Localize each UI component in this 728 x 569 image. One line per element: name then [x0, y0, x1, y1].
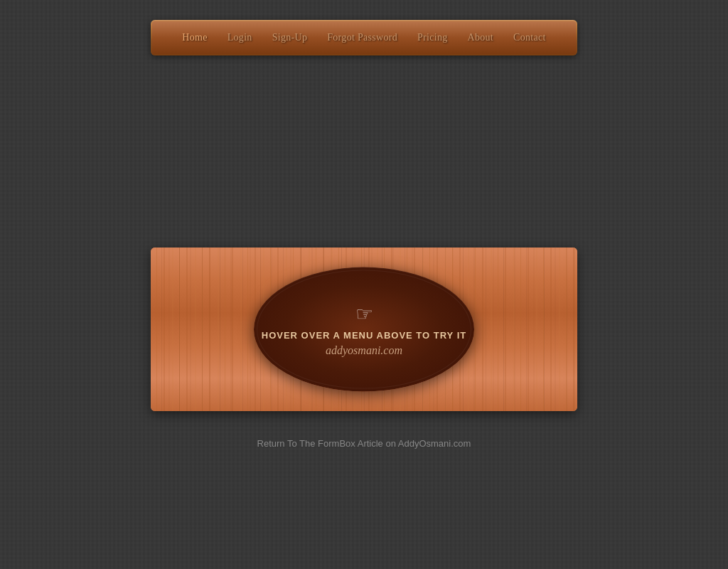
nav-item-forgot-password[interactable]: Forgot Password — [317, 21, 407, 54]
oval-sub-text: addyosmani.com — [326, 344, 402, 357]
wood-panel: ☞ HOVER OVER A MENU ABOVE TO TRY IT addy… — [151, 248, 577, 411]
navigation-bar: HomeLoginSign-UpForgot PasswordPricingAb… — [151, 20, 577, 55]
oval-container: ☞ HOVER OVER A MENU ABOVE TO TRY IT addy… — [254, 267, 474, 392]
footer-link[interactable]: Return To The FormBox Article on AddyOsm… — [257, 438, 471, 449]
nav-item-about[interactable]: About — [458, 21, 504, 54]
nav-item-login[interactable]: Login — [218, 21, 262, 54]
nav-item-pricing[interactable]: Pricing — [407, 21, 458, 54]
oval: ☞ HOVER OVER A MENU ABOVE TO TRY IT addy… — [254, 267, 474, 392]
nav-item-home[interactable]: Home — [172, 21, 217, 54]
nav-inner: HomeLoginSign-UpForgot PasswordPricingAb… — [152, 21, 576, 54]
nav-item-contact[interactable]: Contact — [503, 21, 556, 54]
hand-icon: ☞ — [355, 302, 373, 325]
oval-main-text: HOVER OVER A MENU ABOVE TO TRY IT — [262, 329, 466, 341]
nav-item-signup[interactable]: Sign-Up — [262, 21, 318, 54]
